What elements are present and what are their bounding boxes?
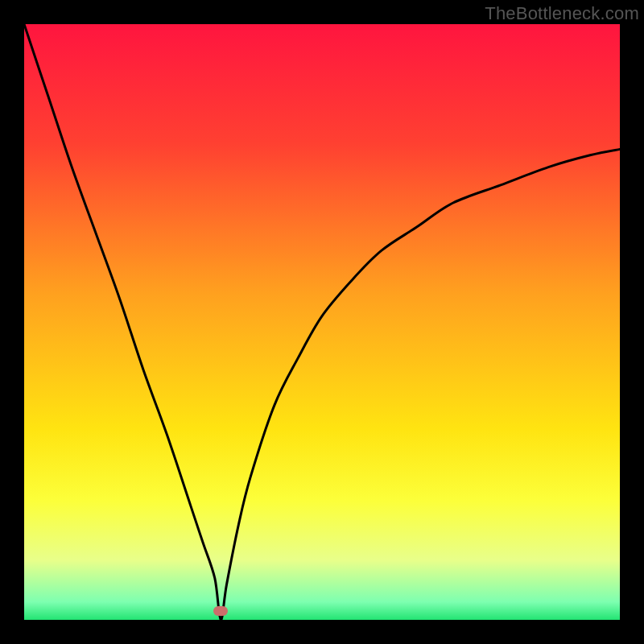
watermark-text: TheBottleneck.com [485,3,639,24]
chart-frame: TheBottleneck.com [0,0,644,644]
optimal-marker [213,606,228,616]
plot-area [24,24,620,620]
bottleneck-curve [24,24,620,620]
curve-layer [24,24,620,620]
